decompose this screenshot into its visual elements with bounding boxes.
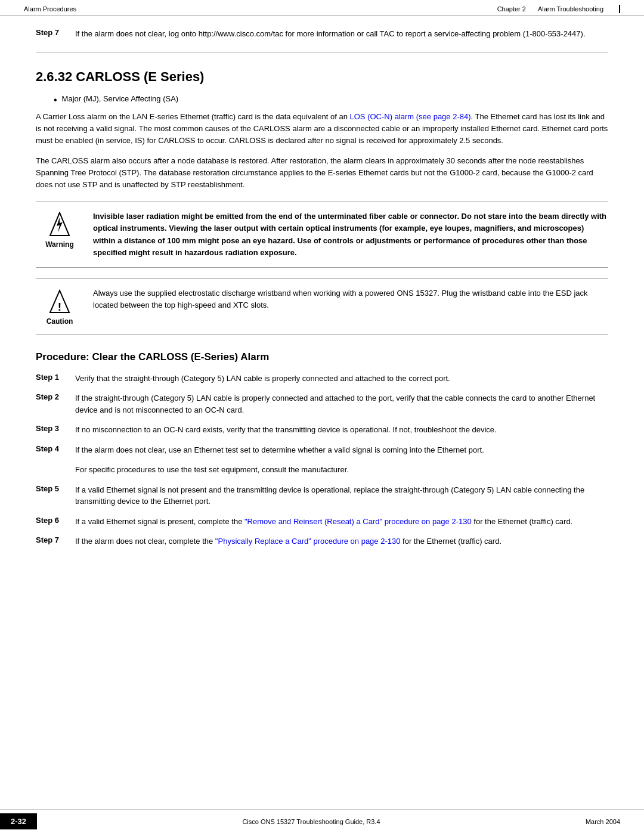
caution-icon: ! — [47, 289, 73, 315]
proc-step7-start: If the alarm does not clear, complete th… — [75, 537, 215, 546]
chapter-info: Chapter 2 Alarm Troubleshooting — [497, 5, 620, 13]
proc-step6-end: for the Ethernet (traffic) card. — [472, 517, 573, 526]
procedure-title: Procedure: Clear the CARLOSS (E-Series) … — [36, 351, 608, 363]
proc-step6-text: If a valid Ethernet signal is present, c… — [75, 516, 572, 528]
replace-card-link[interactable]: "Physically Replace a Card" procedure on… — [215, 537, 401, 546]
footer-date: March 2004 — [586, 818, 644, 825]
svg-text:!: ! — [58, 301, 61, 313]
proc-step5: Step 5 If a valid Ethernet signal is not… — [36, 484, 608, 507]
proc-step3: Step 3 If no misconnection to an OC-N ca… — [36, 424, 608, 436]
warning-icon-col: Warning — [36, 210, 83, 249]
proc-note-label — [36, 464, 66, 476]
proc-step7-text: If the alarm does not clear, complete th… — [75, 535, 501, 547]
footer-doc-title: Cisco ONS 15327 Troubleshooting Guide, R… — [37, 818, 586, 825]
breadcrumb-header: Alarm Procedures — [24, 5, 76, 13]
warning-text: Invisible laser radiation might be emitt… — [93, 210, 608, 259]
proc-step4-label: Step 4 — [36, 444, 66, 456]
page-number: 2-32 — [0, 813, 37, 829]
chapter-label: Chapter 2 — [497, 5, 526, 13]
section-title: 2.6.32 CARLOSS (E Series) — [36, 69, 608, 85]
section-para2: The CARLOSS alarm also occurs after a no… — [36, 155, 608, 191]
proc-step1: Step 1 Verify that the straight-through … — [36, 373, 608, 385]
header-divider — [619, 5, 620, 13]
page-header: Alarm Procedures Chapter 2 Alarm Trouble… — [0, 0, 644, 16]
proc-step3-label: Step 3 — [36, 424, 66, 436]
main-content: Step 7 If the alarm does not clear, log … — [0, 16, 644, 592]
step7-top-label: Step 7 — [36, 28, 66, 40]
proc-step7: Step 7 If the alarm does not clear, comp… — [36, 535, 608, 547]
step7-top-row: Step 7 If the alarm does not clear, log … — [36, 28, 608, 40]
caution-text: Always use the supplied electrostatic di… — [93, 287, 608, 311]
proc-step4-text: If the alarm does not clear, use an Ethe… — [75, 444, 484, 456]
proc-step1-text: Verify that the straight-through (Catego… — [75, 373, 450, 385]
warning-icon — [47, 212, 73, 238]
caution-label: Caution — [47, 317, 73, 326]
procedure-steps: Step 1 Verify that the straight-through … — [36, 373, 608, 547]
proc-step1-label: Step 1 — [36, 373, 66, 385]
proc-step2-text: If the straight-through (Category 5) LAN… — [75, 392, 608, 416]
caution-block: ! Caution Always use the supplied electr… — [36, 278, 608, 335]
proc-step5-label: Step 5 — [36, 484, 66, 507]
proc-step6-label: Step 6 — [36, 516, 66, 528]
warning-label: Warning — [45, 240, 74, 249]
proc-step2-label: Step 2 — [36, 392, 66, 416]
severity-text: Major (MJ), Service Affecting (SA) — [62, 94, 179, 103]
caution-icon-col: ! Caution — [36, 287, 83, 326]
proc-step3-text: If no misconnection to an OC-N card exis… — [75, 424, 497, 436]
proc-step5-text: If a valid Ethernet signal is not presen… — [75, 484, 608, 507]
section-para1: A Carrier Loss alarm on the LAN E-series… — [36, 111, 608, 147]
section-label: Alarm Troubleshooting — [538, 5, 603, 13]
los-ocn-link[interactable]: LOS (OC-N) alarm (see page 2-84) — [350, 112, 471, 121]
proc-step7-end: for the Ethernet (traffic) card. — [400, 537, 501, 546]
proc-step2: Step 2 If the straight-through (Category… — [36, 392, 608, 416]
para1-start: A Carrier Loss alarm on the LAN E-series… — [36, 112, 350, 121]
bullet-icon: • — [54, 95, 57, 105]
reseat-card-link[interactable]: "Remove and Reinsert (Reseat) a Card" pr… — [244, 517, 472, 526]
proc-step7-label: Step 7 — [36, 535, 66, 547]
proc-step6: Step 6 If a valid Ethernet signal is pre… — [36, 516, 608, 528]
severity-bullet: • Major (MJ), Service Affecting (SA) — [54, 94, 608, 105]
proc-note: For specific procedures to use the test … — [36, 464, 608, 476]
step7-top-text: If the alarm does not clear, log onto ht… — [75, 28, 586, 40]
proc-note-text: For specific procedures to use the test … — [75, 464, 349, 476]
proc-step6-start: If a valid Ethernet signal is present, c… — [75, 517, 244, 526]
warning-block: Warning Invisible laser radiation might … — [36, 202, 608, 268]
proc-step4: Step 4 If the alarm does not clear, use … — [36, 444, 608, 456]
page-footer: 2-32 Cisco ONS 15327 Troubleshooting Gui… — [0, 809, 644, 833]
